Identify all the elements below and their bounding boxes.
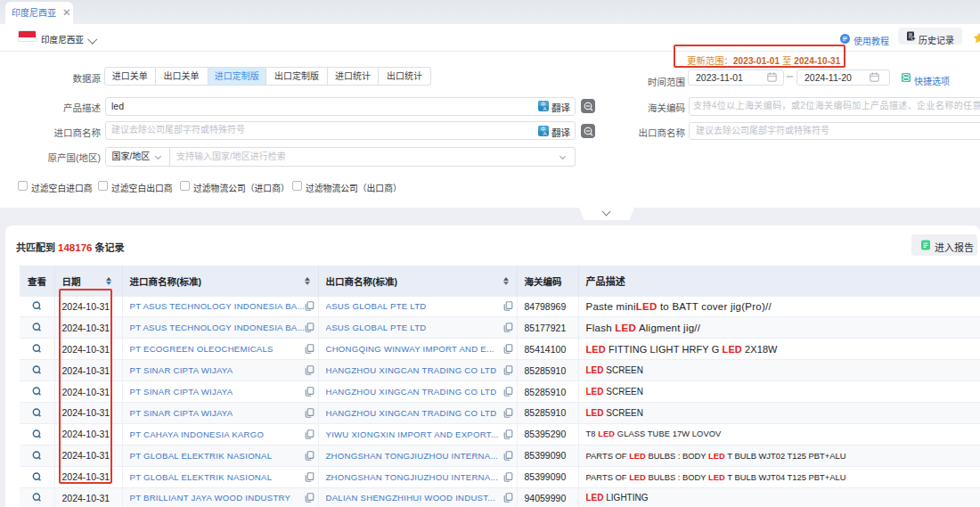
svg-text:A: A <box>543 106 547 111</box>
svg-text:A: A <box>543 131 547 136</box>
